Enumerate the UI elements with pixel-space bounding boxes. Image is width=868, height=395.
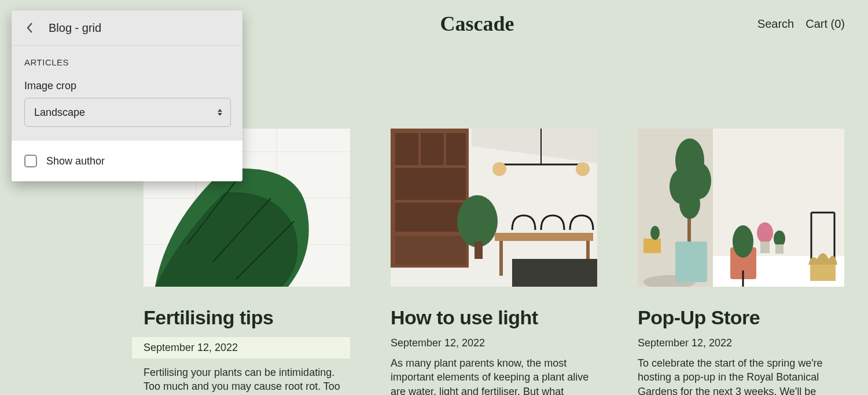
svg-rect-25 xyxy=(512,259,597,287)
popup-illustration xyxy=(638,129,844,287)
article-title[interactable]: Fertilising tips xyxy=(144,306,350,329)
svg-point-21 xyxy=(576,162,590,176)
cart-link[interactable]: Cart (0) xyxy=(806,17,845,31)
svg-rect-11 xyxy=(421,133,444,165)
svg-rect-14 xyxy=(395,203,466,232)
chevron-left-icon xyxy=(26,22,34,34)
article-excerpt: As many plant parents know, the most imp… xyxy=(391,356,597,395)
header-right: Search Cart (0) xyxy=(757,17,845,31)
svg-rect-45 xyxy=(643,239,661,253)
interior-illustration xyxy=(391,129,597,287)
svg-point-20 xyxy=(492,162,506,176)
svg-rect-31 xyxy=(675,242,707,282)
select-caret-icon xyxy=(218,109,222,116)
back-button[interactable] xyxy=(23,21,37,35)
section-heading: ARTICLES xyxy=(24,57,230,67)
search-link[interactable]: Search xyxy=(757,17,794,31)
brand-logo[interactable]: Cascade xyxy=(440,12,514,36)
article-excerpt: Fertilising your plants can be intimidat… xyxy=(144,365,350,395)
panel-title: Blog - grid xyxy=(49,21,101,35)
select-value: Landscape xyxy=(34,107,85,119)
svg-rect-23 xyxy=(499,241,503,276)
svg-point-46 xyxy=(650,226,660,240)
article-date: September 12, 2022 xyxy=(638,337,844,349)
svg-point-16 xyxy=(457,195,498,247)
article-title[interactable]: How to use light xyxy=(391,306,597,329)
panel-header: Blog - grid xyxy=(12,10,242,46)
article-card[interactable]: Pop-Up Store September 12, 2022 To celeb… xyxy=(638,129,844,395)
svg-rect-44 xyxy=(810,265,836,281)
svg-rect-22 xyxy=(495,233,593,241)
svg-rect-10 xyxy=(395,133,418,165)
show-author-label: Show author xyxy=(46,155,105,167)
image-crop-select[interactable]: Landscape xyxy=(24,98,231,127)
image-crop-label: Image crop xyxy=(24,80,230,92)
show-author-checkbox[interactable] xyxy=(24,155,37,167)
article-date: September 12, 2022 xyxy=(132,337,350,359)
article-title[interactable]: Pop-Up Store xyxy=(638,306,844,329)
svg-rect-12 xyxy=(446,133,466,165)
svg-rect-17 xyxy=(475,242,483,259)
article-card[interactable]: How to use light September 12, 2022 As m… xyxy=(391,129,597,395)
panel-section-articles: ARTICLES Image crop Landscape xyxy=(12,46,242,141)
article-excerpt: To celebrate the start of the spring we'… xyxy=(638,356,844,395)
svg-point-40 xyxy=(757,222,773,243)
svg-rect-41 xyxy=(760,242,770,253)
svg-rect-15 xyxy=(395,236,466,265)
article-image[interactable] xyxy=(391,129,597,287)
svg-point-39 xyxy=(733,225,753,258)
settings-panel: Blog - grid ARTICLES Image crop Landscap… xyxy=(12,10,242,181)
article-image[interactable] xyxy=(638,129,844,287)
svg-rect-13 xyxy=(395,168,466,200)
svg-rect-43 xyxy=(775,244,784,254)
article-date: September 12, 2022 xyxy=(391,337,597,349)
svg-point-36 xyxy=(679,189,700,219)
show-author-row[interactable]: Show author xyxy=(12,141,242,181)
svg-point-42 xyxy=(774,231,785,247)
